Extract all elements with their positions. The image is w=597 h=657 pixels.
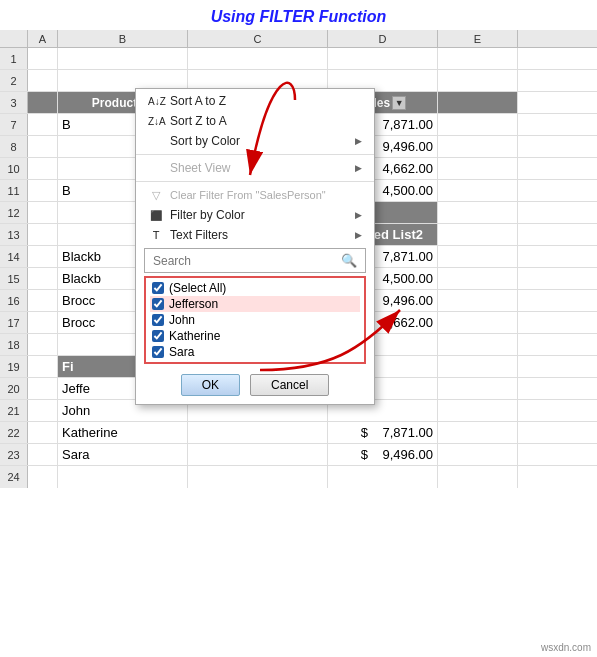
cell-11e xyxy=(438,180,518,201)
sort-az-label: Sort A to Z xyxy=(170,94,226,108)
checkbox-jefferson[interactable] xyxy=(152,298,164,310)
row-num-12: 12 xyxy=(0,202,28,223)
column-letters-row: A B C D E xyxy=(0,30,597,48)
title-area: Using FILTER Function xyxy=(0,0,597,30)
sort-za-label: Sort Z to A xyxy=(170,114,227,128)
cell-1a xyxy=(28,48,58,69)
cell-1e xyxy=(438,48,518,69)
cell-16e xyxy=(438,290,518,311)
cell-19e xyxy=(438,356,518,377)
sheet-view-label: Sheet View xyxy=(170,161,231,175)
cell-24b xyxy=(58,466,188,488)
check-item-john[interactable]: John xyxy=(150,312,360,328)
cell-1b xyxy=(58,48,188,69)
cell-13e xyxy=(438,224,518,245)
watermark: wsxdn.com xyxy=(541,642,591,653)
sort-za-item[interactable]: Sort Z to A xyxy=(136,111,374,131)
checkbox-john[interactable] xyxy=(152,314,164,326)
col-header-a: A xyxy=(28,30,58,47)
cell-15e xyxy=(438,268,518,289)
cell-24a xyxy=(28,466,58,488)
cell-16a xyxy=(28,290,58,311)
sort-za-icon xyxy=(148,114,164,128)
cell-20a xyxy=(28,378,58,399)
clear-filter-item: Clear Filter From "SalesPerson" xyxy=(136,185,374,205)
cell-22c xyxy=(188,422,328,443)
check-item-sara[interactable]: Sara xyxy=(150,344,360,360)
cell-7a xyxy=(28,114,58,135)
checkbox-select-all[interactable] xyxy=(152,282,164,294)
check-label-katherine: Katherine xyxy=(169,329,220,343)
sheet-view-item: Sheet View xyxy=(136,158,374,178)
sort-by-color-item[interactable]: Sort by Color xyxy=(136,131,374,151)
text-filters-label: Text Filters xyxy=(170,228,228,242)
text-filters-item[interactable]: Text Filters xyxy=(136,225,374,245)
cell-2e xyxy=(438,70,518,91)
filter-checklist: (Select All) Jefferson John Katherine Sa… xyxy=(144,276,366,364)
clear-filter-label: Clear Filter From "SalesPerson" xyxy=(170,189,326,201)
filter-by-color-label: Filter by Color xyxy=(170,208,245,222)
row-num-21: 21 xyxy=(0,400,28,421)
filter-dropdown-menu: Sort A to Z Sort Z to A Sort by Color Sh… xyxy=(135,88,375,405)
row-num-15: 15 xyxy=(0,268,28,289)
checkbox-sara[interactable] xyxy=(152,346,164,358)
menu-sep-1 xyxy=(136,154,374,155)
check-label-select-all: (Select All) xyxy=(169,281,226,295)
sales-filter-btn[interactable]: ▼ xyxy=(392,96,406,110)
ok-button[interactable]: OK xyxy=(181,374,240,396)
col-header-d: D xyxy=(328,30,438,47)
check-item-select-all[interactable]: (Select All) xyxy=(150,280,360,296)
cell-14e xyxy=(438,246,518,267)
grid-row-1: 1 xyxy=(0,48,597,70)
cell-23c xyxy=(188,444,328,465)
cell-22e xyxy=(438,422,518,443)
cell-14a xyxy=(28,246,58,267)
check-label-john: John xyxy=(169,313,195,327)
row-num-header xyxy=(0,30,28,47)
grid-row-22: 22 Katherine $ 7,871.00 xyxy=(0,422,597,444)
text-filter-icon xyxy=(148,228,164,242)
cell-22b: Katherine xyxy=(58,422,188,443)
cell-17e xyxy=(438,312,518,333)
cell-1c xyxy=(188,48,328,69)
cell-24e xyxy=(438,466,518,488)
search-box-wrap[interactable]: 🔍 xyxy=(144,248,366,273)
cell-10e xyxy=(438,158,518,179)
row-num-19: 19 xyxy=(0,356,28,377)
col-header-e: E xyxy=(438,30,518,47)
clear-filter-icon xyxy=(148,188,164,202)
row-num-10: 10 xyxy=(0,158,28,179)
check-item-katherine[interactable]: Katherine xyxy=(150,328,360,344)
row-num-11: 11 xyxy=(0,180,28,201)
row-num-13: 13 xyxy=(0,224,28,245)
cancel-button[interactable]: Cancel xyxy=(250,374,329,396)
row-num-2: 2 xyxy=(0,70,28,91)
row-num-14: 14 xyxy=(0,246,28,267)
filter-by-color-item[interactable]: Filter by Color xyxy=(136,205,374,225)
row-num-22: 22 xyxy=(0,422,28,443)
sort-az-item[interactable]: Sort A to Z xyxy=(136,91,374,111)
row-num-24: 24 xyxy=(0,466,28,488)
cell-7e xyxy=(438,114,518,135)
col-header-c: C xyxy=(188,30,328,47)
row-num-18: 18 xyxy=(0,334,28,355)
cell-19a xyxy=(28,356,58,377)
sort-by-color-label: Sort by Color xyxy=(170,134,240,148)
cell-13a xyxy=(28,224,58,245)
sort-az-icon xyxy=(148,94,164,108)
row-num-8: 8 xyxy=(0,136,28,157)
product-header-label: Product xyxy=(92,92,137,113)
grid-row-24: 24 xyxy=(0,466,597,488)
grid-row-23: 23 Sara $ 9,496.00 xyxy=(0,444,597,466)
cell-18e xyxy=(438,334,518,355)
row-num-20: 20 xyxy=(0,378,28,399)
check-item-jefferson[interactable]: Jefferson xyxy=(150,296,360,312)
cell-1d xyxy=(328,48,438,69)
search-input[interactable] xyxy=(153,254,339,268)
checkbox-katherine[interactable] xyxy=(152,330,164,342)
dialog-buttons: OK Cancel xyxy=(136,368,374,402)
search-icon: 🔍 xyxy=(341,253,357,268)
menu-sep-2 xyxy=(136,181,374,182)
cell-11a xyxy=(28,180,58,201)
cell-23a xyxy=(28,444,58,465)
